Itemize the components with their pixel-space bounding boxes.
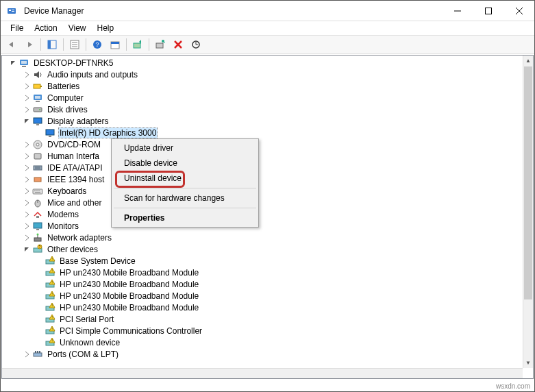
expand-icon[interactable] xyxy=(23,175,31,184)
vertical-scrollbar[interactable]: ▲ ▼ xyxy=(523,56,533,368)
tree-node-label[interactable]: Mice and other xyxy=(46,198,103,208)
tree-node[interactable]: Modems xyxy=(2,208,523,220)
tree-node[interactable]: !HP un2430 Mobile Broadband Module xyxy=(2,290,523,302)
tree-node-label[interactable]: Other devices xyxy=(46,245,99,254)
tree-node-label[interactable]: HP un2430 Mobile Broadband Module xyxy=(58,280,200,289)
tree-node[interactable]: !HP un2430 Mobile Broadband Module xyxy=(2,278,523,290)
expand-icon[interactable] xyxy=(23,71,31,79)
expand-icon[interactable] xyxy=(23,210,31,219)
scroll-up-arrow[interactable]: ▲ xyxy=(523,56,533,66)
maximize-button[interactable] xyxy=(473,1,503,21)
tree-node[interactable]: Batteries xyxy=(2,80,523,92)
tree-node-label[interactable]: IEEE 1394 host xyxy=(46,175,105,184)
collapse-icon[interactable] xyxy=(23,245,31,254)
tree-node-label[interactable]: HP un2430 Mobile Broadband Module xyxy=(58,268,200,278)
menu-file[interactable]: File xyxy=(5,22,29,34)
tree-node-label[interactable]: Disk drives xyxy=(46,105,89,114)
tree-node-label[interactable]: HP un2430 Mobile Broadband Module xyxy=(58,303,200,313)
collapse-icon[interactable] xyxy=(9,59,17,67)
tree-node-label[interactable]: PCI Serial Port xyxy=(58,315,115,324)
scrollbar-thumb[interactable] xyxy=(524,66,532,299)
menu-action[interactable]: Action xyxy=(29,22,62,34)
tree-node-label[interactable]: PCI Simple Communications Controller xyxy=(58,326,203,336)
expand-icon[interactable] xyxy=(23,152,31,160)
tree-node[interactable]: Keyboards xyxy=(2,185,523,197)
tree-node-label[interactable]: Keyboards xyxy=(46,186,88,196)
tree-node-label[interactable]: Computer xyxy=(46,93,85,103)
uninstall-device-button[interactable] xyxy=(170,37,186,52)
tree-node-label[interactable]: Display adapters xyxy=(46,117,110,126)
horizontal-scrollbar[interactable] xyxy=(2,368,523,378)
menu-help[interactable]: Help xyxy=(92,22,120,34)
disable-device-button[interactable] xyxy=(152,37,169,52)
properties-button[interactable] xyxy=(66,37,83,52)
tree-node-label[interactable]: Audio inputs and outputs xyxy=(46,70,139,79)
device-tree[interactable]: DESKTOP-DFTNRK5Audio inputs and outputsB… xyxy=(2,56,523,378)
action-button[interactable] xyxy=(107,37,123,52)
expand-icon[interactable] xyxy=(23,82,31,90)
tree-node-label[interactable]: DESKTOP-DFTNRK5 xyxy=(32,58,114,68)
ctx-scan-hardware[interactable]: Scan for hardware changes xyxy=(113,191,257,206)
tree-node-label[interactable]: Batteries xyxy=(46,82,81,91)
warn-icon: ! xyxy=(45,267,55,278)
tree-node[interactable]: IEEE 1394 host xyxy=(2,173,523,185)
tree-node[interactable]: Intel(R) HD Graphics 3000 xyxy=(2,127,523,138)
tree-node-label[interactable]: Network adapters xyxy=(46,233,113,243)
ctx-disable-device[interactable]: Disable device xyxy=(113,156,257,171)
tree-node[interactable]: !HP un2430 Mobile Broadband Module xyxy=(2,267,523,278)
tree-node[interactable]: Monitors xyxy=(2,220,523,232)
tree-node-label[interactable]: Human Interfa xyxy=(46,151,101,161)
expand-icon[interactable] xyxy=(23,106,31,114)
tree-node-label[interactable]: Ports (COM & LPT) xyxy=(46,350,120,359)
collapse-icon[interactable] xyxy=(23,117,31,125)
tree-node[interactable]: DESKTOP-DFTNRK5 xyxy=(2,57,523,69)
tree-node[interactable]: Ports (COM & LPT) xyxy=(2,348,523,360)
tree-node-label[interactable]: Intel(R) HD Graphics 3000 xyxy=(58,127,158,138)
tree-node[interactable]: !PCI Simple Communications Controller xyxy=(2,325,523,336)
tree-node[interactable]: ?Other devices xyxy=(2,243,523,255)
expand-icon[interactable] xyxy=(23,140,31,149)
tree-node[interactable]: Audio inputs and outputs xyxy=(2,69,523,80)
expand-icon[interactable] xyxy=(23,199,31,207)
show-hide-tree-button[interactable] xyxy=(44,37,60,52)
tree-node[interactable]: !PCI Serial Port xyxy=(2,313,523,325)
scroll-down-arrow[interactable]: ▼ xyxy=(523,358,533,368)
back-button[interactable] xyxy=(3,37,20,52)
tree-node[interactable]: !Base System Device xyxy=(2,255,523,267)
tree-node[interactable]: Disk drives xyxy=(2,103,523,115)
close-button[interactable] xyxy=(503,1,534,21)
svg-point-20 xyxy=(162,40,164,42)
tree-node[interactable]: DVD/CD-ROM xyxy=(2,138,523,150)
expand-icon[interactable] xyxy=(23,94,31,102)
tree-node[interactable]: !Unknown device xyxy=(2,336,523,348)
minimize-button[interactable] xyxy=(442,1,473,21)
tree-node-label[interactable]: HP un2430 Mobile Broadband Module xyxy=(58,291,200,301)
battery-icon xyxy=(32,81,43,92)
scan-hardware-button[interactable] xyxy=(188,37,204,52)
tree-node-label[interactable]: Base System Device xyxy=(58,256,137,266)
help-button[interactable]: ? xyxy=(89,37,105,52)
menu-view[interactable]: View xyxy=(63,22,92,34)
ctx-uninstall-device[interactable]: Uninstall device xyxy=(113,171,257,186)
ctx-properties[interactable]: Properties xyxy=(113,210,257,225)
expand-icon[interactable] xyxy=(23,164,31,172)
tree-node-label[interactable]: Unknown device xyxy=(58,338,121,347)
tree-node[interactable]: Human Interfa xyxy=(2,150,523,162)
expand-icon[interactable] xyxy=(23,222,31,230)
tree-node[interactable]: Display adapters xyxy=(2,115,523,127)
ctx-update-driver[interactable]: Update driver xyxy=(113,140,257,156)
update-driver-button[interactable] xyxy=(129,37,146,52)
tree-node-label[interactable]: DVD/CD-ROM xyxy=(46,140,102,149)
tree-node-label[interactable]: Monitors xyxy=(46,221,80,231)
expand-icon[interactable] xyxy=(23,187,31,195)
tree-node-label[interactable]: IDE ATA/ATAPI xyxy=(46,163,103,173)
tree-node[interactable]: !HP un2430 Mobile Broadband Module xyxy=(2,302,523,313)
tree-node[interactable]: IDE ATA/ATAPI xyxy=(2,162,523,173)
expand-icon[interactable] xyxy=(23,234,31,242)
tree-node[interactable]: Mice and other xyxy=(2,197,523,208)
expand-icon[interactable] xyxy=(23,350,31,358)
tree-node[interactable]: Computer xyxy=(2,92,523,103)
tree-node-label[interactable]: Modems xyxy=(46,210,80,219)
tree-node[interactable]: Network adapters xyxy=(2,232,523,243)
forward-button[interactable] xyxy=(21,37,38,52)
